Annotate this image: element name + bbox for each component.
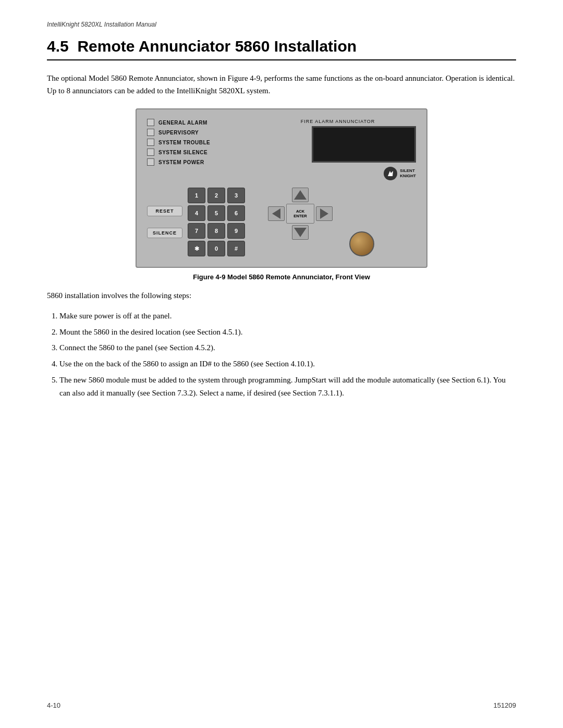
key-1[interactable]: 1 <box>188 188 205 203</box>
device-panel: GENERAL ALARM SUPERVISORY SYSTEM TROUBLE… <box>136 108 427 268</box>
keylock-icon <box>349 231 374 256</box>
knight-svg <box>386 169 395 178</box>
enter-label: ENTER <box>293 214 307 218</box>
left-arrow-icon <box>272 208 280 219</box>
step-2: Mount the 5860 in the desired location (… <box>59 326 516 339</box>
key-3[interactable]: 3 <box>227 188 245 203</box>
key-4[interactable]: 4 <box>188 205 205 221</box>
key-7[interactable]: 7 <box>188 223 205 239</box>
keypad-grid: 1 2 3 4 5 6 7 8 9 ✱ 0 # <box>188 188 245 256</box>
nav-center-row: ACK ENTER <box>268 204 333 224</box>
figure-caption: Figure 4-9 Model 5860 Remote Annunciator… <box>193 273 370 281</box>
down-arrow-icon <box>294 228 307 237</box>
led-system-trouble <box>147 139 154 146</box>
led-system-power <box>147 158 154 166</box>
led-row-system-silence: SYSTEM SILENCE <box>147 149 251 156</box>
led-row-system-power: SYSTEM POWER <box>147 158 251 166</box>
logo-icon <box>384 167 397 180</box>
ack-enter-button[interactable]: ACK ENTER <box>286 204 314 224</box>
step-4: Use the on the back of the 5860 to assig… <box>59 357 516 371</box>
key-9[interactable]: 9 <box>227 223 245 239</box>
header-text: IntelliKnight 5820XL Installation Manual <box>47 21 156 28</box>
ack-label: ACK <box>296 209 304 214</box>
key-2[interactable]: 2 <box>207 188 225 203</box>
step-1: Make sure power is off at the panel. <box>59 310 516 323</box>
led-label-supervisory: SUPERVISORY <box>158 130 199 135</box>
right-arrow-button[interactable] <box>316 206 333 221</box>
panel-right: FIRE ALARM ANNUNCIATOR SILENTKNIGHT <box>260 119 416 180</box>
panel-bottom: RESET SILENCE 1 2 3 4 5 6 7 <box>147 188 416 256</box>
key-8[interactable]: 8 <box>207 223 225 239</box>
led-general-alarm <box>147 119 154 126</box>
up-arrow-icon <box>294 190 307 200</box>
up-arrow-button[interactable] <box>292 188 309 202</box>
led-indicators: GENERAL ALARM SUPERVISORY SYSTEM TROUBLE… <box>147 119 251 180</box>
led-row-system-trouble: SYSTEM TROUBLE <box>147 139 251 146</box>
page-header: IntelliKnight 5820XL Installation Manual <box>47 21 516 28</box>
key-0[interactable]: 0 <box>207 241 225 256</box>
logo-text: SILENTKNIGHT <box>400 168 416 178</box>
display-screen <box>312 126 416 163</box>
led-label-system-trouble: SYSTEM TROUBLE <box>158 140 210 145</box>
led-label-system-silence: SYSTEM SILENCE <box>158 150 207 155</box>
side-buttons: RESET SILENCE <box>147 206 182 238</box>
page: IntelliKnight 5820XL Installation Manual… <box>0 0 563 438</box>
key-star[interactable]: ✱ <box>188 241 205 256</box>
steps-list: Make sure power is off at the panel. Mou… <box>59 310 516 400</box>
key-5[interactable]: 5 <box>207 205 225 221</box>
down-arrow-button[interactable] <box>292 225 309 240</box>
footer-doc-number: 151209 <box>494 701 516 709</box>
fire-alarm-label: FIRE ALARM ANNUNCIATOR <box>260 119 416 124</box>
intro-paragraph: The optional Model 5860 Remote Annunciat… <box>47 72 516 97</box>
right-arrow-icon <box>320 208 328 219</box>
led-system-silence <box>147 149 154 156</box>
led-label-system-power: SYSTEM POWER <box>158 159 204 165</box>
led-label-general-alarm: GENERAL ALARM <box>158 120 207 126</box>
panel-top: GENERAL ALARM SUPERVISORY SYSTEM TROUBLE… <box>147 119 416 180</box>
keypad-section: RESET SILENCE 1 2 3 4 5 6 7 <box>147 188 245 256</box>
nav-wrapper: ACK ENTER <box>268 188 333 240</box>
left-arrow-button[interactable] <box>268 206 285 221</box>
footer: 4-10 151209 <box>47 701 516 709</box>
figure-container: GENERAL ALARM SUPERVISORY SYSTEM TROUBLE… <box>136 108 427 281</box>
led-supervisory <box>147 129 154 136</box>
reset-button[interactable]: RESET <box>147 206 182 216</box>
silence-button[interactable]: SILENCE <box>147 228 182 238</box>
led-row-general-alarm: GENERAL ALARM <box>147 119 251 126</box>
key-6[interactable]: 6 <box>227 205 245 221</box>
footer-page: 4-10 <box>47 701 60 709</box>
brand-logo: SILENTKNIGHT <box>384 167 416 180</box>
key-hash[interactable]: # <box>227 241 245 256</box>
led-row-supervisory: SUPERVISORY <box>147 129 251 136</box>
step-3: Connect the 5860 to the panel (see Secti… <box>59 341 516 354</box>
body-text: 5860 installation involves the following… <box>47 289 516 302</box>
section-title: 4.5 Remote Annunciator 5860 Installation <box>47 38 516 60</box>
step-5: The new 5860 module must be added to the… <box>59 374 516 400</box>
